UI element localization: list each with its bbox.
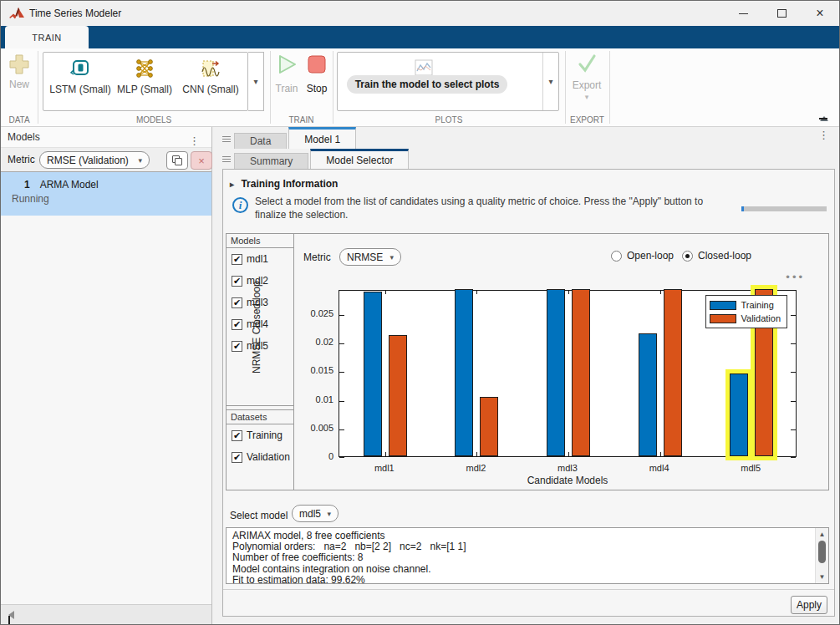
checkbox-checked-icon[interactable]: ✔	[232, 452, 242, 463]
checkbox-checked-icon[interactable]: ✔	[232, 341, 242, 352]
checkbox-checked-icon[interactable]: ✔	[232, 430, 242, 441]
checkbox-row-validation[interactable]: ✔Validation	[227, 446, 293, 468]
datasets-filter-group: Datasets ✔Training ✔Validation	[227, 409, 293, 490]
delete-model-button[interactable]: ×	[191, 151, 212, 170]
checkbox-row-training[interactable]: ✔Training	[227, 424, 293, 446]
y-tick-label: 0.005	[297, 423, 333, 433]
main-area: Data Model 1 ⋮ Summary Model Selector ▸ …	[221, 127, 839, 624]
checkbox-label: Training	[247, 429, 283, 441]
train-play-icon	[276, 53, 298, 75]
model-index: 1	[24, 179, 30, 191]
models-gallery-dropdown[interactable]: ▾	[248, 52, 264, 111]
collapsed-arrow-icon: ▸	[230, 180, 234, 189]
section-label-train: TRAIN	[270, 115, 333, 124]
x-tick-label: mdl5	[717, 463, 784, 473]
chevron-down-icon: ▾	[253, 77, 257, 86]
chart-bar[interactable]	[547, 289, 565, 456]
chart-bar[interactable]	[364, 292, 382, 456]
legend-swatch	[710, 314, 736, 323]
tab-bar-menu-icon[interactable]: ⋮	[818, 129, 829, 141]
tab-model-1[interactable]: Model 1	[288, 127, 356, 149]
section-label-plots: PLOTS	[333, 115, 565, 124]
metric-label: Metric	[303, 252, 331, 263]
tab-train[interactable]: TRAIN	[5, 26, 89, 48]
nrmse-metric-dropdown[interactable]: NRMSE ▾	[339, 248, 401, 266]
closed-loop-radio[interactable]: Closed-loop	[682, 250, 751, 262]
window-title: Time Series Modeler	[29, 8, 121, 19]
gallery-item-mlp[interactable]: MLP (Small)	[114, 53, 176, 110]
scroll-up-icon[interactable]: ▲	[816, 529, 828, 540]
scrollbar[interactable]: ▲ ▼	[815, 528, 828, 583]
collapse-panel-button[interactable]	[1, 604, 211, 624]
model-list-item[interactable]: 1ARMA Model Running	[1, 172, 211, 216]
metric-dropdown-value: RMSE (Validation)	[47, 155, 129, 166]
checkbox-checked-icon[interactable]: ✔	[232, 319, 242, 330]
legend-entry-training: Training	[710, 298, 781, 312]
stop-icon	[306, 53, 328, 75]
mlp-icon	[134, 58, 155, 79]
export-button[interactable]: Export ▾	[568, 53, 605, 101]
chart-bar[interactable]	[572, 289, 590, 456]
lstm-icon	[69, 58, 91, 79]
select-model-dropdown[interactable]: mdl5 ▾	[292, 505, 339, 522]
apply-button[interactable]: Apply	[791, 596, 827, 614]
legend-entry-validation: Validation	[710, 312, 781, 325]
axes-toolbar-ellipsis-icon[interactable]: •••	[786, 271, 805, 283]
checkbox-checked-icon[interactable]: ✔	[232, 254, 242, 265]
model-status: Running	[1, 193, 211, 205]
x-tick-label: mdl1	[351, 463, 418, 473]
models-panel-title: Models	[8, 131, 40, 143]
gallery-item-lstm[interactable]: LSTM (Small)	[48, 53, 112, 110]
tab-summary[interactable]: Summary	[234, 153, 308, 169]
chart-bar[interactable]	[664, 289, 682, 456]
y-tick-mark	[339, 457, 344, 458]
gallery-item-cnn[interactable]: CNN (Small)	[177, 53, 244, 110]
chart-bar[interactable]	[639, 333, 657, 456]
checkbox-label: Validation	[247, 451, 290, 463]
new-button[interactable]: New	[5, 53, 33, 90]
scroll-down-icon[interactable]: ▼	[816, 572, 828, 582]
tab-overflow-icon[interactable]	[222, 136, 231, 144]
duplicate-model-button[interactable]	[166, 151, 188, 170]
chart-bar[interactable]	[480, 397, 498, 456]
tab-data[interactable]: Data	[234, 133, 287, 149]
train-button[interactable]: Train	[273, 53, 300, 94]
checkbox-checked-icon[interactable]: ✔	[232, 297, 242, 308]
delete-icon: ×	[198, 155, 205, 167]
metric-dropdown[interactable]: RMSE (Validation) ▾	[39, 151, 150, 169]
tab-overflow-icon[interactable]	[222, 156, 231, 164]
chevron-down-icon: ▾	[138, 156, 142, 165]
open-loop-radio[interactable]: Open-loop	[611, 250, 674, 262]
x-tick-mark	[660, 452, 661, 456]
tab-model-selector[interactable]: Model Selector	[310, 149, 409, 169]
checkbox-row-mdl1[interactable]: ✔mdl1	[227, 248, 293, 270]
x-tick-label: mdl4	[626, 463, 693, 473]
document-tab-bar: Data Model 1 ⋮	[221, 127, 839, 149]
models-panel-header: Models ⋮	[1, 127, 211, 148]
description-line: Fit to estimation data: 99.62%	[227, 575, 828, 584]
y-tick-mark	[791, 315, 796, 316]
stop-button[interactable]: Stop	[303, 53, 330, 94]
chart-bar[interactable]	[389, 335, 407, 456]
model-description-box[interactable]: ARIMAX model, 8 free coefficients Polyno…	[226, 527, 829, 584]
collapse-ribbon-button[interactable]	[819, 116, 829, 121]
training-information-header[interactable]: ▸ Training Information	[230, 178, 338, 190]
gallery-item-label: LSTM (Small)	[48, 84, 112, 95]
radio-icon[interactable]	[682, 251, 693, 262]
chart-y-axis-label: NRMSE Closed-loop	[251, 281, 262, 373]
close-button[interactable]: ×	[801, 1, 839, 26]
plots-gallery-dropdown[interactable]: ▾	[542, 53, 558, 110]
scrollbar-thumb[interactable]	[818, 541, 826, 563]
divider	[223, 589, 834, 590]
description-line: Model contains integration on noise chan…	[227, 564, 828, 575]
checkbox-checked-icon[interactable]: ✔	[232, 276, 242, 287]
train-label: Train	[273, 83, 300, 94]
chart-legend: Training Validation	[705, 295, 788, 328]
maximize-button[interactable]	[762, 1, 801, 26]
ribbon-toolbar: New DATA LSTM (Small)	[1, 48, 839, 127]
minimize-button[interactable]	[724, 1, 762, 26]
radio-icon[interactable]	[611, 251, 622, 262]
chart-bar[interactable]	[730, 373, 748, 456]
chart-bar[interactable]	[455, 289, 473, 456]
new-label: New	[5, 79, 33, 90]
